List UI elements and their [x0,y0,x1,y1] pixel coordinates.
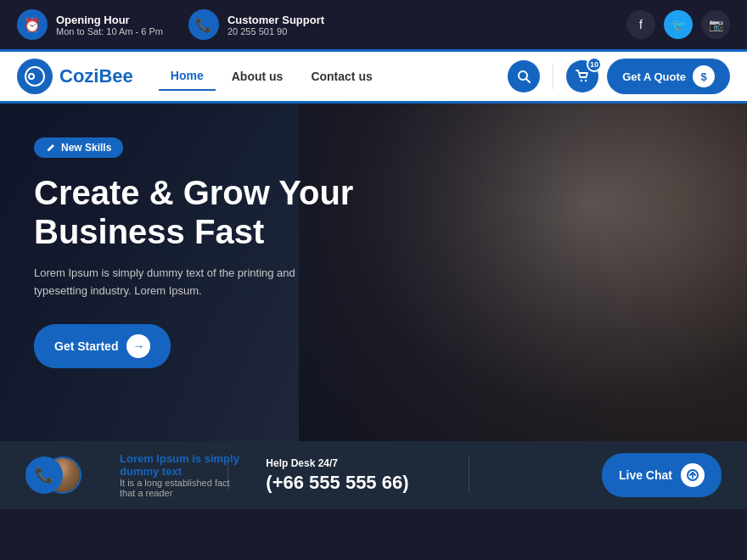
search-button[interactable] [508,60,540,92]
svg-point-5 [581,80,582,81]
top-bar-left: ⏰ Opening Hour Mon to Sat: 10 Am - 6 Pm … [17,9,324,40]
badge-text: New Skills [61,142,111,154]
helpdesk-text: Help Desk 24/7 (+66 555 555 66) [266,457,408,494]
opening-hour-subtitle: Mon to Sat: 10 Am - 6 Pm [56,26,163,36]
testimonial-section: 📞 Lorem Ipsum is simply dummy text It is… [25,452,240,498]
testimonial-text: Lorem Ipsum is simply dummy text It is a… [120,452,240,498]
testimonial-subtitle: It is a long established fact that a rea… [120,478,240,498]
logo-svg [24,65,46,87]
logo-icon [17,59,53,94]
hero-section: New Skills Create & Grow Your Business F… [0,104,747,441]
svg-point-2 [30,75,33,78]
get-started-button[interactable]: Get Started → [34,324,171,368]
instagram-icon[interactable]: 📷 [701,10,730,39]
svg-point-6 [585,80,587,81]
live-chat-icon [681,463,705,487]
facebook-icon[interactable]: f [626,10,655,39]
hero-description: Lorem Ipsum is simply dummy text of the … [34,265,340,300]
helpdesk-section: Help Desk 24/7 (+66 555 555 66) [240,457,480,494]
testimonial-title: Lorem Ipsum is simply dummy text [120,452,240,478]
svg-line-4 [526,79,530,82]
nav-home[interactable]: Home [159,62,216,91]
quote-btn-label: Get A Quote [622,70,686,83]
nav-contact[interactable]: Contact us [299,63,384,90]
nav-links: Home About us Contact us [159,62,508,91]
chat-icon [686,468,699,482]
top-bar: ⏰ Opening Hour Mon to Sat: 10 Am - 6 Pm … [0,0,747,49]
search-icon [517,70,531,83]
nav-actions: 10 Get A Quote $ [508,59,730,94]
opening-hour-info: ⏰ Opening Hour Mon to Sat: 10 Am - 6 Pm [17,9,163,40]
nav-divider [553,64,553,89]
logo-text: CoziBee [59,65,133,87]
helpdesk-label: Help Desk 24/7 [266,457,408,469]
twitter-icon[interactable]: 🐦 [664,10,693,39]
get-started-label: Get Started [54,339,118,353]
phone-icon-bottom: 📞 [25,456,63,494]
cart-badge: 10 [587,57,602,72]
phone-icon-top: 📞 [188,9,219,40]
opening-hour-title: Opening Hour [56,14,163,26]
cart-icon [576,70,589,83]
hero-content: New Skills Create & Grow Your Business F… [0,104,424,402]
navbar: CoziBee Home About us Contact us 10 Get … [0,49,747,104]
cart-button[interactable]: 10 [566,60,598,92]
get-quote-button[interactable]: Get A Quote $ [607,59,730,94]
social-links: f 🐦 📷 [626,10,730,39]
new-skills-badge: New Skills [34,137,123,158]
quote-btn-icon: $ [693,65,715,87]
livechat-section: Live Chat [481,453,722,497]
nav-about[interactable]: About us [220,63,295,90]
customer-support-info: 📞 Customer Support 20 255 501 90 [188,9,324,40]
customer-support-text: Customer Support 20 255 501 90 [227,14,324,36]
bottom-bar: 📞 Lorem Ipsum is simply dummy text It is… [0,441,747,509]
logo-text-part1: Cozi [59,65,98,87]
pencil-icon [46,143,56,153]
arrow-icon: → [126,334,150,358]
hero-title: Create & Grow Your Business Fast [34,173,390,251]
clock-icon: ⏰ [17,9,48,40]
live-chat-label: Live Chat [619,468,672,482]
customer-support-phone: 20 255 501 90 [227,26,324,36]
opening-hour-text: Opening Hour Mon to Sat: 10 Am - 6 Pm [56,14,163,36]
live-chat-button[interactable]: Live Chat [602,453,722,497]
helpdesk-phone: (+66 555 555 66) [266,472,408,494]
logo-text-part2: Bee [98,65,132,87]
logo[interactable]: CoziBee [17,59,133,94]
avatar-group: 📞 [25,456,81,494]
customer-support-title: Customer Support [227,14,324,26]
